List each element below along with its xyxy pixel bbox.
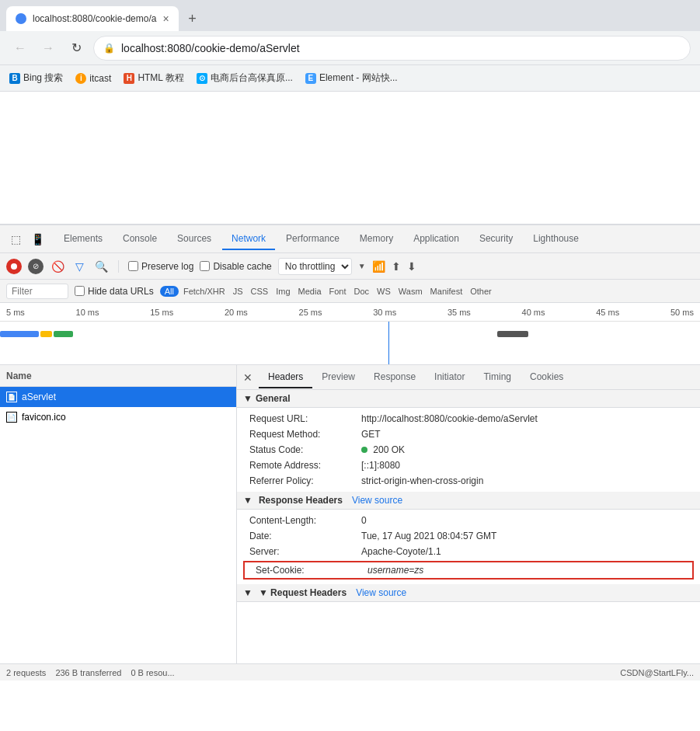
filter-css[interactable]: CSS [248,286,272,297]
status-bar: 2 requests 236 B transferred 0 B resou..… [0,663,700,681]
response-headers-section[interactable]: ▼ Response Headers View source [237,492,700,510]
resources-size: 0 B resou... [131,668,174,677]
referrer-policy-value: strict-origin-when-cross-origin [361,475,483,486]
toolbar-divider [118,260,119,273]
general-section-header[interactable]: ▼ General [237,390,700,408]
disable-cache-label[interactable]: Disable cache [200,261,271,272]
tab-console[interactable]: Console [113,228,166,250]
mark-40ms: 40 ms [522,308,545,317]
tab-close-button[interactable]: × [162,12,169,25]
request-view-source-link[interactable]: View source [356,587,406,598]
filter-font[interactable]: Font [326,286,350,297]
preserve-log-text: Preserve log [141,261,193,272]
file-icon-aservlet: 📄 [6,392,17,402]
disable-cache-checkbox[interactable] [200,261,210,271]
mark-25ms: 25 ms [299,308,322,317]
filter-doc[interactable]: Doc [351,286,373,297]
disable-cache-text: Disable cache [213,261,271,272]
tab-performance[interactable]: Performance [277,228,349,250]
detail-tab-cookies[interactable]: Cookies [521,367,573,388]
tab-security[interactable]: Security [470,228,522,250]
request-headers-section[interactable]: ▼ ▼ Request Headers View source [237,584,700,602]
preserve-log-label[interactable]: Preserve log [128,261,193,272]
close-panel-button[interactable]: ✕ [240,370,256,385]
detail-panel: ✕ Headers Preview Response Initiator Tim… [237,365,700,663]
bookmark-bing[interactable]: B Bing 搜索 [9,71,63,85]
tab-memory[interactable]: Memory [350,228,402,250]
ecom-label: 电商后台高保真原... [211,71,293,85]
bing-label: Bing 搜索 [23,71,63,85]
set-cookie-value: username=zs [367,565,423,576]
mark-30ms: 30 ms [373,308,396,317]
referrer-policy-key: Referrer Policy: [249,475,358,486]
preserve-log-checkbox[interactable] [128,261,138,271]
back-button[interactable]: ← [9,37,31,59]
request-method-value: GET [361,429,381,440]
address-bar[interactable]: 🔒 localhost:8080/cookie-demo/aServlet [93,36,691,61]
filter-bar: Hide data URLs All Fetch/XHR JS CSS Img … [0,280,700,303]
request-headers-arrow: ▼ [243,587,252,598]
file-list-panel: Name 📄 aServlet 📄 favicon.ico [0,365,237,663]
active-tab[interactable]: localhost:8080/cookie-demo/a × [6,6,179,31]
view-source-link[interactable]: View source [352,495,402,506]
clear-button[interactable]: 🚫 [50,259,65,274]
request-headers-title: ▼ Request Headers [259,587,347,598]
timeline-bar-green [54,331,73,337]
file-item-favicon[interactable]: 📄 favicon.ico [0,407,236,427]
filter-media[interactable]: Media [295,286,325,297]
filter-input[interactable] [6,284,68,299]
refresh-button[interactable]: ↻ [65,37,87,59]
detail-tab-headers[interactable]: Headers [259,367,312,388]
tab-network[interactable]: Network [222,228,275,250]
hide-data-label[interactable]: Hide data URLs [75,286,154,297]
devtools: ⬚ 📱 Elements Console Sources Network Per… [0,224,700,681]
filter-img[interactable]: Img [273,286,293,297]
network-toolbar: ⊘ 🚫 ▽ 🔍 Preserve log Disable cache No th… [0,253,700,280]
remote-address-row: Remote Address: [::1]:8080 [237,458,700,473]
tab-elements[interactable]: Elements [54,228,112,250]
inspect-icon[interactable]: ⬚ [6,230,25,249]
content-length-key: Content-Length: [249,515,358,526]
file-item-aservlet[interactable]: 📄 aServlet [0,387,236,407]
record-button[interactable] [6,259,22,274]
general-section-title: General [256,393,291,404]
devtools-tool-icons: ⬚ 📱 [6,230,47,249]
detail-tab-initiator[interactable]: Initiator [425,367,474,388]
tab-sources[interactable]: Sources [168,228,221,250]
bookmark-ecom[interactable]: ⊙ 电商后台高保真原... [197,71,293,85]
filter-ws[interactable]: WS [374,286,394,297]
referrer-policy-row: Referrer Policy: strict-origin-when-cros… [237,473,700,489]
detail-tabs: ✕ Headers Preview Response Initiator Tim… [237,365,700,390]
filter-fetch-xhr[interactable]: Fetch/XHR [180,286,228,297]
detail-tab-response[interactable]: Response [364,367,425,388]
filter-js[interactable]: JS [230,286,246,297]
detail-tab-preview[interactable]: Preview [312,367,364,388]
forward-button[interactable]: → [37,37,59,59]
mark-5ms: 5 ms [6,308,25,317]
filter-button[interactable]: ▽ [71,259,87,274]
new-tab-button[interactable]: + [182,8,204,30]
hide-data-checkbox[interactable] [75,286,85,296]
bookmarks-bar: B Bing 搜索 i itcast H HTML 教程 ⊙ 电商后台高保真原.… [0,65,700,92]
content-length-row: Content-Length: 0 [237,513,700,528]
tab-application[interactable]: Application [404,228,468,250]
date-key: Date: [249,531,358,541]
stop-button[interactable]: ⊘ [28,259,44,274]
bookmark-itcast[interactable]: i itcast [75,73,111,84]
filter-all-btn[interactable]: All [160,286,179,297]
throttle-select[interactable]: No throttling [278,258,352,275]
detail-tab-timing[interactable]: Timing [474,367,521,388]
main-panel: Name 📄 aServlet 📄 favicon.ico ✕ Headers … [0,365,700,663]
bookmark-html[interactable]: H HTML 教程 [124,71,184,85]
date-value: Tue, 17 Aug 2021 08:04:57 GMT [361,531,496,541]
filter-manifest[interactable]: Manifest [427,286,466,297]
filter-other[interactable]: Other [467,286,495,297]
device-icon[interactable]: 📱 [28,230,47,249]
search-button[interactable]: 🔍 [93,259,109,274]
tab-lighthouse[interactable]: Lighthouse [524,228,588,250]
filter-wasm[interactable]: Wasm [395,286,426,297]
bookmark-element[interactable]: E Element - 网站快... [305,71,398,85]
ecom-icon: ⊙ [197,73,207,84]
transferred-size: 236 B transferred [55,668,121,677]
file-name-aservlet: aServlet [22,392,56,402]
